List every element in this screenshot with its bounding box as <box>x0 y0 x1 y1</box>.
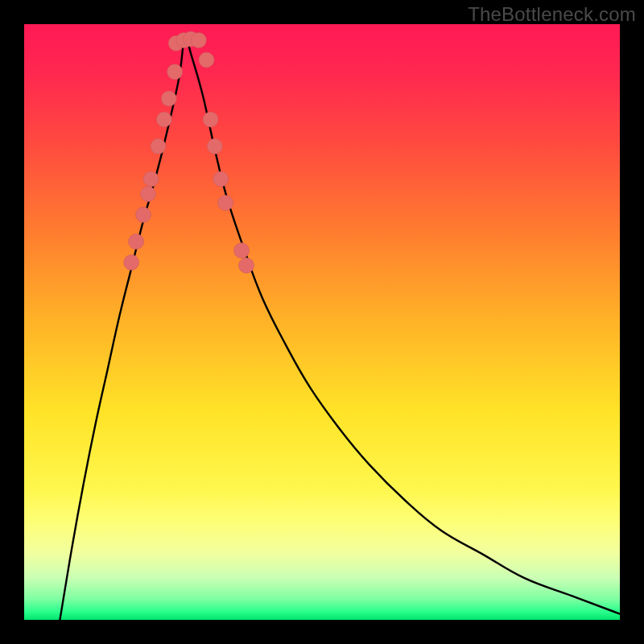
sample-point <box>167 64 183 80</box>
sample-point <box>124 255 139 270</box>
sample-point <box>213 171 229 187</box>
sample-point <box>156 112 171 127</box>
sample-point <box>151 138 166 154</box>
chart-frame: TheBottleneck.com <box>0 0 644 644</box>
sample-points-group <box>124 31 254 273</box>
sample-point <box>161 91 176 106</box>
plot-area <box>24 24 620 620</box>
sample-point <box>218 196 233 211</box>
watermark-text: TheBottleneck.com <box>468 3 636 26</box>
sample-point <box>234 243 250 258</box>
sample-point <box>136 207 151 222</box>
sample-point <box>207 138 222 154</box>
beads-layer <box>24 24 620 620</box>
sample-point <box>191 32 206 47</box>
sample-point <box>143 171 159 187</box>
sample-point <box>239 258 254 273</box>
sample-point <box>140 186 155 201</box>
sample-point <box>199 52 214 68</box>
sample-point <box>129 234 144 250</box>
sample-point <box>203 112 218 127</box>
